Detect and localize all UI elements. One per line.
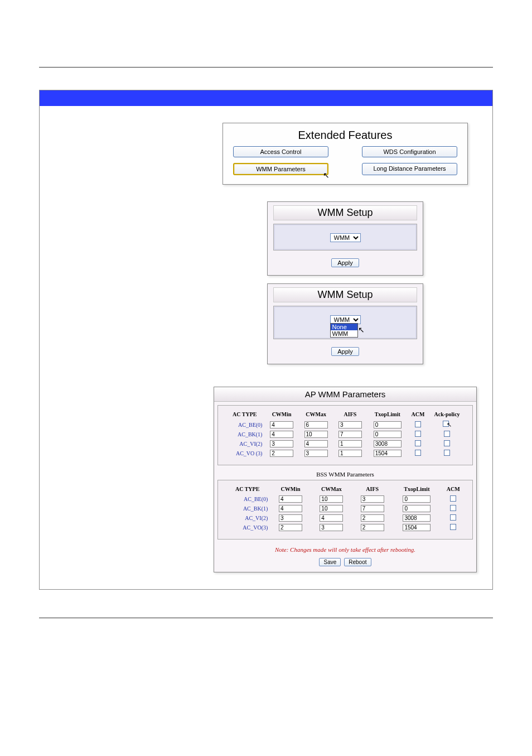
ap-row3-txop[interactable] xyxy=(374,450,402,457)
reboot-button[interactable]: Reboot xyxy=(344,558,371,566)
wmm-option-none[interactable]: None xyxy=(331,324,357,330)
ap-row2-txop[interactable] xyxy=(374,440,402,447)
access-control-button[interactable]: Access Control xyxy=(233,146,328,157)
ap-row3-ackp-checkbox[interactable] xyxy=(444,450,450,456)
blue-header xyxy=(40,90,492,106)
bss-h-cwmin: CWMin xyxy=(270,484,311,494)
section-frame: Extended Features Access Control WDS Con… xyxy=(39,90,493,590)
ap-h-type: AC TYPE xyxy=(225,409,264,420)
ap-row3-cwmax[interactable] xyxy=(304,450,328,457)
bss-row1-aifs[interactable] xyxy=(361,505,384,512)
table-row: AC_VO (3) xyxy=(225,449,466,458)
ap-row3-aifs[interactable] xyxy=(338,450,362,457)
ap-h-cwmax: CWMax xyxy=(299,409,333,420)
table-row: AC_VO(3) xyxy=(225,523,466,532)
table-row: AC_VI(2) xyxy=(225,513,466,523)
ap-row2-ackp-checkbox[interactable] xyxy=(444,440,450,446)
wmm-select-1[interactable]: WMM xyxy=(330,233,361,242)
bss-row0-acm-checkbox[interactable] xyxy=(450,495,456,502)
ap-row3-cwmin[interactable] xyxy=(270,450,293,457)
table-row: AC_BE(0) ↖ xyxy=(225,420,466,430)
bss-row1-cwmax[interactable] xyxy=(320,505,343,512)
ap-row1-ackp-checkbox[interactable] xyxy=(444,431,450,437)
extended-features-panel: Extended Features Access Control WDS Con… xyxy=(223,123,468,185)
ap-row0-txop[interactable] xyxy=(374,421,402,428)
wmm-setup-title-2: WMM Setup xyxy=(273,287,417,302)
wmm-setup-panel-1: WMM Setup WMM Apply xyxy=(267,201,423,276)
bss-row3-acm-checkbox[interactable] xyxy=(450,524,456,530)
bss-wmm-table: AC TYPE CWMin CWMax AIFS TxopLimit ACM A… xyxy=(225,484,466,532)
table-row: AC_VI(2) xyxy=(225,439,466,449)
bss-row0-aifs[interactable] xyxy=(361,495,384,503)
save-button[interactable]: Save xyxy=(319,558,341,566)
bss-row0-label: AC_BE(0) xyxy=(225,494,270,504)
ap-row0-cwmin[interactable] xyxy=(270,421,293,428)
bss-row1-label: AC_BK(1) xyxy=(225,504,270,513)
bss-row2-cwmin[interactable] xyxy=(279,514,302,522)
bss-row1-cwmin[interactable] xyxy=(279,505,302,512)
bss-row3-aifs[interactable] xyxy=(361,524,384,531)
ap-row0-label: AC_BE(0) xyxy=(225,420,264,430)
ap-row2-acm-checkbox[interactable] xyxy=(415,440,421,446)
ap-row1-cwmin[interactable] xyxy=(270,431,293,438)
ap-row0-aifs[interactable] xyxy=(338,421,362,428)
ap-row1-aifs[interactable] xyxy=(338,431,362,438)
bss-row2-acm-checkbox[interactable] xyxy=(450,514,456,521)
ap-row2-aifs[interactable] xyxy=(338,440,362,447)
ap-h-cwmin: CWMin xyxy=(264,409,298,420)
wmm-parameters-button[interactable]: WMM Parameters xyxy=(233,163,328,175)
bss-row3-cwmax[interactable] xyxy=(320,524,343,531)
wmm-setup-title-1: WMM Setup xyxy=(273,205,417,220)
ap-h-txop: TxopLimit xyxy=(367,409,408,420)
wmm-option-wmm[interactable]: WMM xyxy=(331,330,357,337)
ap-row2-label: AC_VI(2) xyxy=(225,439,264,449)
cursor-icon: ↖ xyxy=(358,325,365,334)
ap-wmm-table: AC TYPE CWMin CWMax AIFS TxopLimit ACM A… xyxy=(225,409,466,458)
ap-row2-cwmin[interactable] xyxy=(270,440,293,447)
cursor-icon: ↖ xyxy=(323,171,330,180)
ap-h-aifs: AIFS xyxy=(333,409,367,420)
apply-button-2[interactable]: Apply xyxy=(331,347,359,356)
extended-features-title: Extended Features xyxy=(231,129,460,142)
bss-h-type: AC TYPE xyxy=(225,484,270,494)
wmm-dropdown-list: None WMM xyxy=(330,323,358,338)
ap-h-ackp: Ack-policy xyxy=(428,409,466,420)
ap-row3-label: AC_VO (3) xyxy=(225,449,264,458)
table-row: AC_BK(1) xyxy=(225,504,466,513)
left-column xyxy=(40,106,207,589)
bss-row3-txop[interactable] xyxy=(403,524,431,531)
bss-row2-aifs[interactable] xyxy=(361,514,384,522)
ap-row1-acm-checkbox[interactable] xyxy=(415,431,421,437)
ap-row3-acm-checkbox[interactable] xyxy=(415,450,421,456)
bss-row2-txop[interactable] xyxy=(403,514,431,522)
bss-h-cwmax: CWMax xyxy=(311,484,352,494)
ap-row0-acm-checkbox[interactable] xyxy=(415,421,421,427)
ap-row0-cwmax[interactable] xyxy=(304,421,328,428)
bss-row0-txop[interactable] xyxy=(403,495,431,503)
bss-wmm-title: BSS WMM Parameters xyxy=(214,471,476,478)
bss-h-aifs: AIFS xyxy=(352,484,393,494)
bottom-rule xyxy=(39,618,493,618)
bss-row2-cwmax[interactable] xyxy=(320,514,343,522)
apply-button-1[interactable]: Apply xyxy=(331,258,359,267)
table-row: AC_BE(0) xyxy=(225,494,466,504)
bss-row0-cwmin[interactable] xyxy=(279,495,302,503)
wds-configuration-button[interactable]: WDS Configuration xyxy=(362,146,457,157)
long-distance-parameters-button[interactable]: Long Distance Parameters xyxy=(362,163,457,175)
ap-row1-txop[interactable] xyxy=(374,431,402,438)
bss-row0-cwmax[interactable] xyxy=(320,495,343,503)
bss-h-txop: TxopLimit xyxy=(393,484,441,494)
bss-h-acm: ACM xyxy=(441,484,466,494)
bss-row2-label: AC_VI(2) xyxy=(225,513,270,523)
ap-wmm-parameters-panel: AP WMM Parameters AC TYPE CWMin CWMax AI… xyxy=(214,387,477,572)
bss-row1-acm-checkbox[interactable] xyxy=(450,505,456,511)
ap-row2-cwmax[interactable] xyxy=(304,440,328,447)
bss-row1-txop[interactable] xyxy=(403,505,431,512)
table-row: AC_BK(1) xyxy=(225,430,466,439)
wmm-setup-panel-2: WMM Setup WMM None WMM ↖ xyxy=(267,283,423,364)
top-rule xyxy=(39,67,493,68)
ap-row1-cwmax[interactable] xyxy=(304,431,328,438)
ap-wmm-title: AP WMM Parameters xyxy=(214,387,476,402)
ap-h-acm: ACM xyxy=(408,409,428,420)
bss-row3-cwmin[interactable] xyxy=(279,524,302,531)
